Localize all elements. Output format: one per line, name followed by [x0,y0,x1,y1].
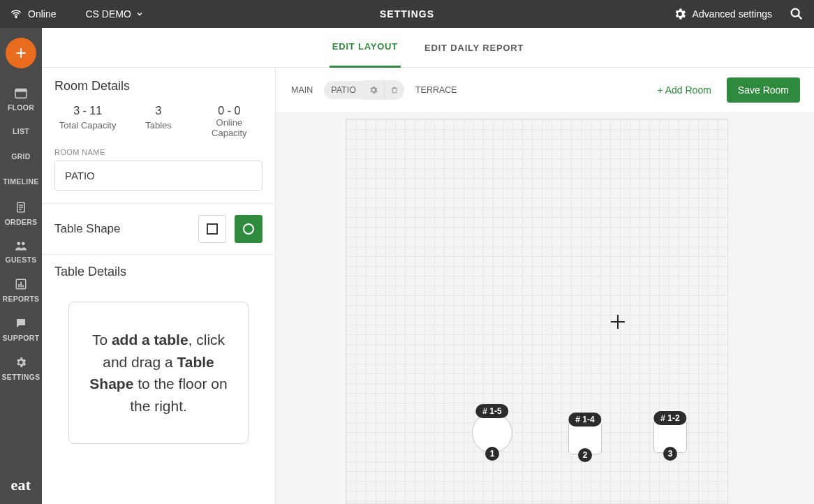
sidebar-item-reports[interactable]: REPORTS [0,271,42,310]
table-shape-square[interactable] [198,215,226,243]
table-number-badge: 3 [663,447,677,461]
stat-label-line2: Capacity [196,128,262,138]
stat-value: 0 - 0 [196,105,262,117]
people-icon [14,240,28,251]
svg-rect-3 [15,89,27,92]
brand-logo: eat [11,476,31,504]
room-tab-main[interactable]: MAIN [290,82,314,98]
search-icon[interactable] [789,6,804,22]
sidebar-item-label: SETTINGS [2,373,40,381]
circle-icon [243,223,254,235]
gear-icon [15,356,27,369]
wifi-icon [10,8,22,20]
svg-rect-8 [18,284,20,288]
svg-point-5 [17,242,20,245]
room-delete-button[interactable] [384,80,404,100]
sidebar-item-label: GUESTS [6,255,37,264]
sidebar-item-timeline[interactable]: TIMELINE [0,169,42,194]
sidebar-item-label: TIMELINE [3,177,38,186]
stat-value: 3 [125,105,191,120]
advanced-settings-label: Advanced settings [693,8,772,20]
tab-edit-daily-report[interactable]: EDIT DAILY REPORT [422,29,526,67]
svg-rect-10 [22,286,24,288]
table-number-badge: 1 [485,447,499,461]
settings-tabs: EDIT LAYOUT EDIT DAILY REPORT [42,28,814,68]
sidebar-item-label: REPORTS [3,295,40,303]
table-capacity-badge: # 1-4 [568,413,601,427]
table-shape-heading: Table Shape [54,222,121,236]
tab-edit-layout[interactable]: EDIT LAYOUT [330,27,401,68]
stat-online-capacity: 0 - 0 Online Capacity [196,105,262,138]
stat-value: 3 - 11 [54,105,121,120]
svg-point-6 [22,242,25,245]
stat-label: Tables [125,120,191,131]
topbar: Online CS DEMO SETTINGS Advanced setting… [0,0,814,28]
room-tab-label: MAIN [290,82,314,98]
room-tab-terrace[interactable]: TERRACE [414,82,459,98]
venue-label: CS DEMO [85,8,131,20]
room-settings-button[interactable] [363,80,384,100]
stat-label: Total Capacity [54,120,121,131]
sidebar-item-support[interactable]: SUPPORT [0,310,42,349]
venue-select[interactable]: CS DEMO [85,8,143,20]
square-icon [207,223,218,235]
room-tab-label: TERRACE [414,82,459,98]
floor-table[interactable]: # 1-23 [653,420,687,453]
gear-icon [673,7,687,21]
table-number-badge: 2 [578,448,592,462]
floor-table[interactable]: # 1-42 [568,421,602,454]
sidebar-item-settings[interactable]: SETTINGS [0,349,42,388]
app-window-icon [14,88,28,99]
room-tabs-bar: MAIN PATIO TERRACE + Add Room Save Room [276,68,814,112]
chat-icon [15,317,27,329]
connection-status: Online [10,8,56,20]
table-details-heading: Table Details [42,255,275,286]
save-room-button[interactable]: Save Room [727,77,800,103]
plus-icon [14,46,28,60]
advanced-settings-link[interactable]: Advanced settings [673,7,772,21]
room-name-input[interactable] [54,161,262,191]
connection-status-label: Online [28,8,56,20]
room-name-label: ROOM NAME [42,148,275,161]
table-shape-round[interactable] [235,215,262,243]
receipt-icon [15,201,27,214]
room-tab-patio[interactable]: PATIO [324,80,404,100]
chart-icon [15,278,27,290]
cursor-crosshair [609,313,626,330]
add-room-button[interactable]: + Add Room [651,79,716,101]
floor-grid: # 1-51# 1-42# 1-23 [346,119,728,504]
main: EDIT LAYOUT EDIT DAILY REPORT Room Detai… [42,28,814,504]
sidebar-item-label: FLOOR [8,103,34,112]
table-details-hint: To add a table, click and drag a Table S… [68,302,249,444]
table-capacity-badge: # 1-5 [475,404,508,418]
sidebar-item-label: GRID [11,152,30,161]
sidebar-item-grid[interactable]: GRID [0,144,42,169]
sidebar-item-floor[interactable]: FLOOR [0,81,42,119]
stat-label-line1: Online [196,117,262,128]
table-capacity-badge: # 1-2 [653,411,686,425]
floor-canvas[interactable]: # 1-51# 1-42# 1-23 [276,112,814,504]
room-tab-label: PATIO [324,81,363,99]
sidebar-item-list[interactable]: LIST [0,119,42,144]
gear-icon [369,85,378,95]
sidebar-item-label: ORDERS [5,218,38,226]
stat-total-capacity: 3 - 11 Total Capacity [54,105,121,138]
svg-point-1 [792,9,799,17]
floor-table[interactable]: # 1-51 [472,413,512,453]
stat-tables: 3 Tables [125,105,191,138]
room-details-heading: Room Details [42,68,275,101]
svg-rect-9 [20,282,22,288]
sidebar-item-orders[interactable]: ORDERS [0,194,42,233]
trash-icon [390,85,399,95]
sidebar-item-label: SUPPORT [3,334,40,342]
sidebar-item-guests[interactable]: GUESTS [0,233,42,271]
sidebar: FLOOR LIST GRID TIMELINE ORDERS GUESTS R… [0,28,42,504]
room-details-panel: Room Details 3 - 11 Total Capacity 3 Tab… [42,68,276,504]
svg-point-0 [15,17,17,18]
add-button[interactable] [6,38,36,68]
sidebar-item-label: LIST [13,127,29,135]
chevron-down-icon [135,10,144,18]
floor-area: MAIN PATIO TERRACE + Add Room Save Room … [276,68,814,504]
